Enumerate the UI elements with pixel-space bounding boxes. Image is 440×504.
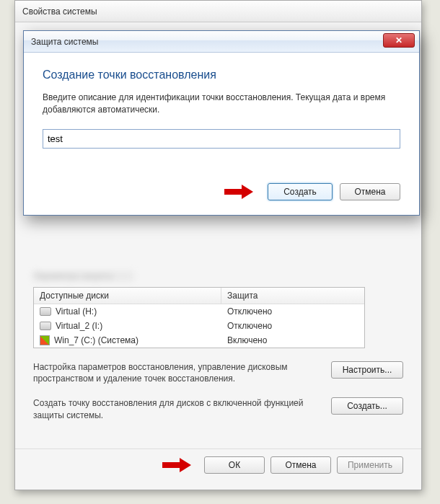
dialog-heading: Создание точки восстановления <box>43 68 400 81</box>
system-protection-dialog: Защита системы ✕ Создание точки восстано… <box>23 30 420 216</box>
dialog-title: Защита системы <box>31 37 98 47</box>
windows-drive-icon <box>40 335 50 345</box>
create-restore-point-button[interactable]: Создать... <box>331 397 403 415</box>
parent-bottom-bar: ОК Отмена Применить <box>15 448 421 481</box>
disk-name: Win_7 (C:) (Система) <box>54 335 138 345</box>
disk-row[interactable]: Virtual_2 (I:) Отключено <box>34 319 364 333</box>
configure-button[interactable]: Настроить... <box>331 361 403 379</box>
dialog-titlebar[interactable]: Защита системы ✕ <box>24 31 419 53</box>
disk-status: Отключено <box>221 319 364 333</box>
disk-list-header: Доступные диски Защита <box>34 288 364 304</box>
red-arrow-icon <box>224 185 256 199</box>
disk-name: Virtual (H:) <box>56 306 97 317</box>
parent-window-title: Свойства системы <box>15 1 421 22</box>
cancel-button[interactable]: Отмена <box>270 456 331 474</box>
disk-status: Включено <box>221 333 364 348</box>
disk-list: Доступные диски Защита Virtual (H:) Откл… <box>33 287 365 348</box>
disk-row[interactable]: Virtual (H:) Отключено <box>34 304 364 319</box>
disk-header-protection: Защита <box>221 288 364 304</box>
disk-row[interactable]: Win_7 (C:) (Система) Включено <box>34 333 364 348</box>
dialog-cancel-button[interactable]: Отмена <box>340 183 400 200</box>
dialog-button-row: Создать Отмена <box>43 183 400 200</box>
create-block: Создать точку восстановления для дисков … <box>33 397 403 420</box>
apply-button[interactable]: Применить <box>337 456 403 474</box>
protection-settings-label: Параметры защиты <box>33 271 403 281</box>
configure-description: Настройка параметров восстановления, упр… <box>33 361 317 384</box>
create-button[interactable]: Создать <box>268 183 333 200</box>
disk-status: Отключено <box>221 304 364 319</box>
hdd-icon <box>40 322 51 330</box>
ok-button[interactable]: ОК <box>204 456 265 474</box>
disk-header-disks: Доступные диски <box>34 288 221 304</box>
dialog-description: Введите описание для идентификации точки… <box>43 92 400 116</box>
red-arrow-icon <box>162 458 194 472</box>
create-description: Создать точку восстановления для дисков … <box>33 397 317 420</box>
close-button[interactable]: ✕ <box>383 33 415 48</box>
dialog-body: Создание точки восстановления Введите оп… <box>24 53 419 215</box>
disk-name: Virtual_2 (I:) <box>56 321 102 331</box>
restore-point-name-input[interactable] <box>43 129 400 149</box>
configure-block: Настройка параметров восстановления, упр… <box>33 361 403 384</box>
hdd-icon <box>40 307 51 316</box>
